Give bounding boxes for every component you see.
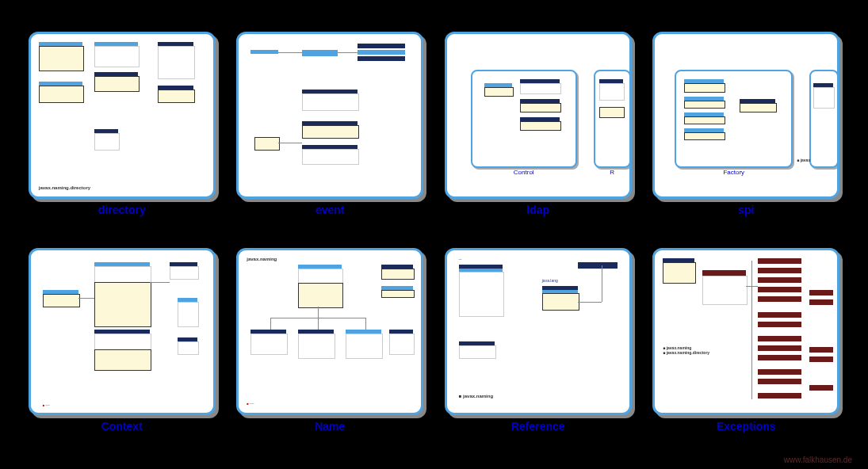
panel-label: ldap [526, 204, 549, 216]
panel-label: spi [738, 204, 754, 216]
pkg-label: ■ javax.naming [459, 394, 493, 398]
panel-spi: Factory ■ javax [652, 32, 839, 199]
cell-directory[interactable]: javax.naming.directory directory [24, 32, 220, 236]
cell-context[interactable]: ■ ── Context [24, 248, 220, 452]
cell-spi[interactable]: Factory ■ javax spi [648, 32, 845, 236]
inner-panel-control: Control [471, 70, 577, 168]
inner-panel-factory: Factory [675, 70, 793, 168]
thumbnail-grid: javax.naming.directory directory event [0, 0, 868, 469]
pkg-label: javax.naming [247, 257, 277, 261]
cell-ldap[interactable]: Control R ldap [440, 32, 637, 236]
inner-panel-2: ■ javax [809, 70, 839, 168]
footer-link[interactable]: www.falkhausen.de [784, 456, 852, 464]
cell-name[interactable]: javax.naming ■ ── Name [232, 248, 429, 452]
panel-label: Reference [511, 420, 565, 433]
inner-panel-r: R [594, 70, 631, 168]
cell-reference[interactable]: ─ java.lang ■ javax.naming Reference [440, 248, 637, 452]
panel-exceptions: ■ javax.naming■ javax.naming.directory [652, 248, 839, 415]
panel-ldap: Control R [445, 32, 632, 199]
panel-label: Exceptions [717, 420, 776, 433]
panel-label: Context [101, 420, 143, 433]
pkg-label: javax.naming.directory [39, 185, 90, 190]
panel-label: Name [315, 420, 345, 433]
panel-label: directory [98, 204, 146, 216]
panel-event [236, 32, 423, 199]
inner-label: Factory [676, 169, 791, 176]
panel-name: javax.naming ■ ── [236, 248, 423, 415]
panel-label: event [315, 204, 345, 216]
panel-reference: ─ java.lang ■ javax.naming [445, 248, 632, 415]
inner-label: Control [472, 169, 575, 176]
panel-directory: javax.naming.directory [29, 32, 216, 199]
sub-label: ─ [459, 257, 462, 261]
pkg-label: ■ javax.naming■ javax.naming.directory [663, 345, 709, 355]
cell-exceptions[interactable]: ■ javax.naming■ javax.naming.directory E… [648, 248, 845, 452]
cell-event[interactable]: event [232, 32, 429, 236]
panel-context: ■ ── [29, 248, 216, 415]
inner-label: R [595, 169, 629, 176]
